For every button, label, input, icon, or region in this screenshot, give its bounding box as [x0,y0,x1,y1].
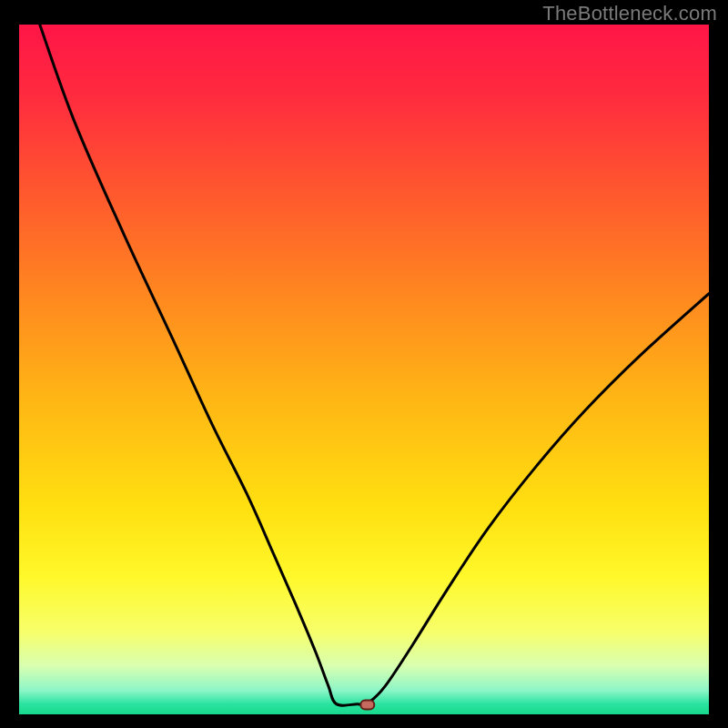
gradient-background [19,25,709,714]
optimal-point-marker [360,700,374,709]
bottleneck-chart [19,25,709,714]
plot-area [19,25,709,714]
watermark-text: TheBottleneck.com [542,2,717,25]
chart-frame: TheBottleneck.com [0,0,728,728]
